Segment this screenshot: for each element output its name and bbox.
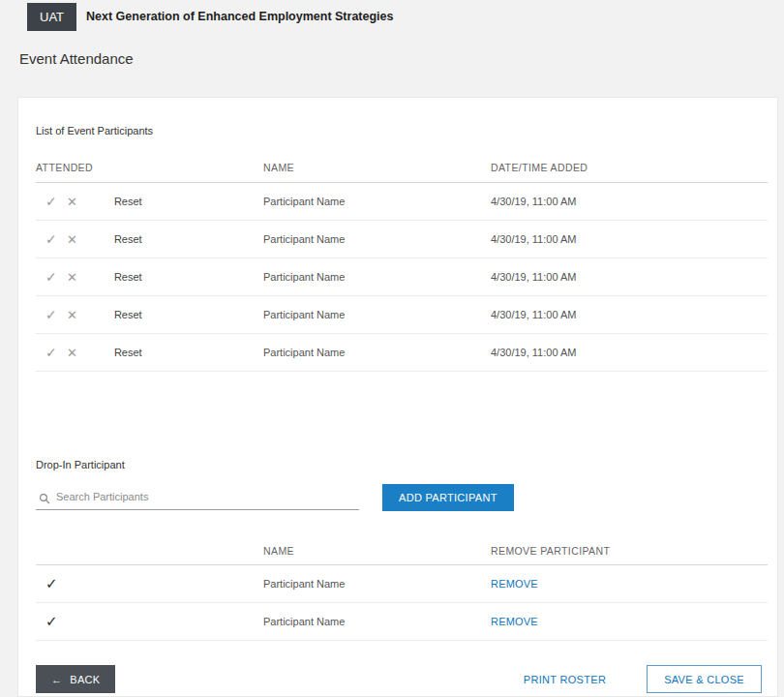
reset-link[interactable]: Reset — [114, 196, 142, 207]
table-row: ✓ ✕ Reset Participant Name 4/30/19, 11:0… — [36, 296, 768, 334]
top-bar: UAT Next Generation of Enhanced Employme… — [0, 0, 784, 32]
col-header-date-added: DATE/TIME ADDED — [491, 162, 768, 173]
date-time-added: 4/30/19, 11:00 AM — [491, 347, 768, 358]
app-title: Next Generation of Enhanced Employment S… — [86, 10, 393, 23]
table-row: ✓ Participant Name REMOVE — [36, 603, 768, 641]
search-participants-input[interactable] — [36, 485, 359, 510]
reset-link[interactable]: Reset — [114, 347, 142, 358]
attended-check-icon[interactable]: ✓ — [45, 194, 61, 209]
remove-link[interactable]: REMOVE — [491, 616, 538, 627]
attended-x-icon[interactable]: ✕ — [67, 195, 77, 209]
reset-link[interactable]: Reset — [114, 233, 142, 245]
table-row: ✓ ✕ Reset Participant Name 4/30/19, 11:0… — [36, 334, 768, 372]
page-title: Event Attendance — [19, 50, 784, 67]
save-close-button[interactable]: SAVE & CLOSE — [647, 665, 762, 693]
add-participant-button[interactable]: ADD PARTICIPANT — [382, 484, 514, 511]
attended-x-icon[interactable]: ✕ — [67, 232, 77, 247]
participant-name: Participant Name — [263, 578, 491, 590]
col-header-remove: REMOVE PARTICIPANT — [491, 545, 768, 557]
col-header-name: NAME — [263, 162, 491, 173]
dropin-section-title: Drop-In Participant — [36, 459, 768, 470]
event-attendance-card: List of Event Participants ATTENDED NAME… — [17, 97, 778, 697]
footer-actions: ← BACK PRINT ROSTER SAVE & CLOSE — [36, 665, 762, 693]
back-button-label: BACK — [70, 674, 100, 685]
date-time-added: 4/30/19, 11:00 AM — [491, 196, 768, 207]
table-row: ✓ Participant Name REMOVE — [36, 565, 768, 603]
environment-badge: UAT — [27, 3, 76, 31]
attended-check-icon[interactable]: ✓ — [45, 345, 61, 360]
participants-table-header: ATTENDED NAME DATE/TIME ADDED — [36, 152, 768, 183]
date-time-added: 4/30/19, 11:00 AM — [491, 309, 768, 320]
reset-link[interactable]: Reset — [114, 271, 142, 283]
print-roster-button[interactable]: PRINT ROSTER — [518, 673, 612, 686]
remove-link[interactable]: REMOVE — [491, 578, 538, 590]
participant-name: Participant Name — [263, 309, 491, 320]
participant-name: Participant Name — [263, 616, 491, 627]
attended-check-icon: ✓ — [45, 575, 61, 592]
col-header-attended: ATTENDED — [36, 162, 263, 173]
attended-check-icon[interactable]: ✓ — [45, 307, 61, 322]
dropin-table-header: NAME REMOVE PARTICIPANT — [36, 536, 768, 565]
table-row: ✓ ✕ Reset Participant Name 4/30/19, 11:0… — [36, 221, 768, 258]
participants-section-title: List of Event Participants — [36, 125, 768, 136]
attended-check-icon: ✓ — [45, 613, 61, 630]
reset-link[interactable]: Reset — [114, 309, 142, 320]
table-row: ✓ ✕ Reset Participant Name 4/30/19, 11:0… — [36, 183, 768, 221]
date-time-added: 4/30/19, 11:00 AM — [491, 233, 768, 245]
participant-name: Participant Name — [263, 233, 491, 245]
participant-name: Participant Name — [263, 196, 491, 207]
attended-check-icon[interactable]: ✓ — [45, 269, 61, 285]
attended-x-icon[interactable]: ✕ — [67, 270, 77, 285]
table-row: ✓ ✕ Reset Participant Name 4/30/19, 11:0… — [36, 258, 768, 296]
search-icon — [39, 493, 50, 504]
back-arrow-icon: ← — [51, 674, 62, 685]
attended-check-icon[interactable]: ✓ — [45, 231, 61, 247]
participant-name: Participant Name — [263, 271, 491, 283]
attended-x-icon[interactable]: ✕ — [67, 308, 77, 322]
search-field-wrap — [36, 485, 359, 510]
attended-x-icon[interactable]: ✕ — [67, 346, 77, 360]
back-button[interactable]: ← BACK — [36, 665, 115, 693]
col-header-name: NAME — [263, 545, 491, 557]
date-time-added: 4/30/19, 11:00 AM — [491, 271, 768, 283]
participant-name: Participant Name — [263, 347, 491, 358]
